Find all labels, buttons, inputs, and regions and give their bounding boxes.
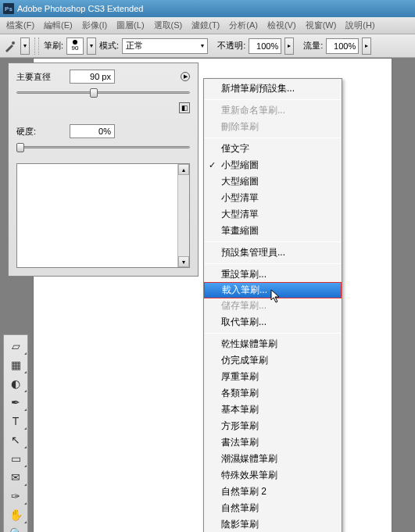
menu-item[interactable]: 說明(H) [341,20,379,31]
menu-item: 重新命名筆刷... [204,102,342,119]
svg-point-0 [12,41,15,45]
flyout-menu-icon[interactable]: ▶ [181,72,190,81]
menu-item[interactable]: 自然筆刷 [204,500,342,516]
menu-separator [205,241,341,242]
app-icon: Ps [3,3,14,14]
new-brush-icon[interactable]: ◧ [179,102,190,113]
menu-item[interactable]: 自然筆刷 2 [204,484,342,500]
menu-separator [205,333,341,334]
menu-item: 刪除筆刷 [204,119,342,135]
eyedropper-tool[interactable]: ✑ [4,487,27,505]
mode-label: 模式: [99,40,119,52]
menu-item[interactable]: 筆畫縮圖 [204,223,342,239]
menu-item[interactable]: 潮濕媒體筆刷 [204,451,342,467]
menu-item[interactable]: 小型縮圖 [204,157,342,173]
opacity-dropdown[interactable]: ▸ [284,37,294,55]
menu-item[interactable]: 大型縮圖 [204,173,342,190]
menu-separator [205,137,341,138]
brush-dropdown[interactable]: ▾ [87,37,96,55]
separator [34,37,39,55]
menu-item[interactable]: 乾性媒體筆刷 [204,336,342,352]
brush-label: 筆刷: [44,40,63,52]
hardness-slider[interactable] [16,141,190,152]
chevron-down-icon: ▾ [201,42,204,49]
zoom-tool[interactable]: 🔍 [4,524,27,532]
menu-item[interactable]: 各類筆刷 [204,385,342,402]
slider-thumb[interactable] [16,143,24,152]
hardness-input[interactable] [70,124,115,138]
menu-item[interactable]: 預設集管理員... [204,245,342,261]
menu-item[interactable]: 基本筆刷 [204,402,342,418]
shape-tool[interactable]: ▭ [4,449,27,468]
tool-preset-icon[interactable] [3,39,17,53]
hand-tool[interactable]: ✋ [4,505,27,524]
menu-bar: 檔案(F)編輯(E)影像(I)圖層(L)選取(S)濾鏡(T)分析(A)檢視(V)… [0,17,415,34]
menu-item[interactable]: 圖層(L) [112,20,148,31]
flow-label: 流量: [303,40,323,52]
menu-item[interactable]: 僅文字 [204,141,342,157]
menu-item[interactable]: 書法筆刷 [204,434,342,451]
menu-item[interactable]: 特殊效果筆刷 [204,467,342,484]
gradient-tool[interactable]: ▦ [4,355,27,374]
menu-item[interactable]: 檔案(F) [2,20,39,31]
mode-select[interactable]: 正常 ▾ [122,38,208,54]
menu-item[interactable]: 陰影筆刷 [204,516,342,532]
title-bar: Ps Adobe Photoshop CS3 Extended [0,0,415,17]
brush-context-menu: 新增筆刷預設集...重新命名筆刷...刪除筆刷僅文字小型縮圖大型縮圖小型清單大型… [203,78,342,532]
brush-size-mini: 90 [72,45,79,52]
diameter-slider[interactable] [16,87,190,98]
scroll-up-icon[interactable]: ▴ [178,164,189,175]
menu-item[interactable]: 視窗(W) [301,20,342,31]
flow-input[interactable]: 100% [326,38,359,54]
menu-item[interactable]: 仿完成筆刷 [204,352,342,369]
blur-tool[interactable]: ◐ [4,374,27,393]
menu-item[interactable]: 分析(A) [224,20,263,31]
menu-item[interactable]: 載入筆刷... [204,282,342,298]
eraser-tool[interactable]: ▱ [4,337,27,355]
brush-options-panel: 主要直徑 ▶ ◧ 硬度: ▴ ▾ [8,62,199,277]
scroll-down-icon[interactable]: ▾ [178,256,189,267]
hardness-label: 硬度: [16,126,63,137]
menu-item[interactable]: 編輯(E) [39,20,77,31]
menu-item: 儲存筆刷... [204,298,342,314]
menu-item[interactable]: 濾鏡(T) [187,20,224,31]
notes-tool[interactable]: ✉ [4,468,27,487]
path-select-tool[interactable]: ↖ [4,430,27,449]
menu-item[interactable]: 新增筆刷預設集... [204,80,342,97]
mode-value: 正常 [126,40,143,52]
options-bar: ▾ 筆刷: 90 ▾ 模式: 正常 ▾ 不透明: 100% ▸ 流量: 100%… [0,34,415,58]
pen-tool[interactable]: ✒ [4,393,27,412]
menu-item[interactable]: 影像(I) [77,20,112,31]
menu-item[interactable]: 檢視(V) [263,20,301,31]
menu-item[interactable]: 厚重筆刷 [204,369,342,385]
brush-preview[interactable]: 90 [66,37,84,55]
type-tool[interactable]: T [4,412,27,430]
menu-item[interactable]: 選取(S) [149,20,188,31]
menu-item[interactable]: 取代筆刷... [204,314,342,330]
menu-item[interactable]: 方形筆刷 [204,418,342,434]
tool-preset-dropdown[interactable]: ▾ [20,37,30,55]
diameter-input[interactable] [70,70,115,84]
slider-thumb[interactable] [90,88,98,98]
menu-separator [205,263,341,264]
menu-item[interactable]: 小型清單 [204,190,342,206]
toolbox: ▱▦◐✒T↖▭✉✑✋🔍 [3,334,28,532]
window-title: Adobe Photoshop CS3 Extended [17,4,143,13]
opacity-label: 不透明: [217,40,245,52]
menu-item[interactable]: 大型清單 [204,206,342,223]
flow-dropdown[interactable]: ▸ [362,37,371,55]
brush-preset-list[interactable]: ▴ ▾ [16,163,190,268]
menu-item[interactable]: 重設筆刷... [204,266,342,283]
opacity-input[interactable]: 100% [249,38,281,54]
scrollbar[interactable]: ▴ ▾ [177,164,189,267]
diameter-label: 主要直徑 [16,71,63,83]
menu-separator [205,99,341,100]
